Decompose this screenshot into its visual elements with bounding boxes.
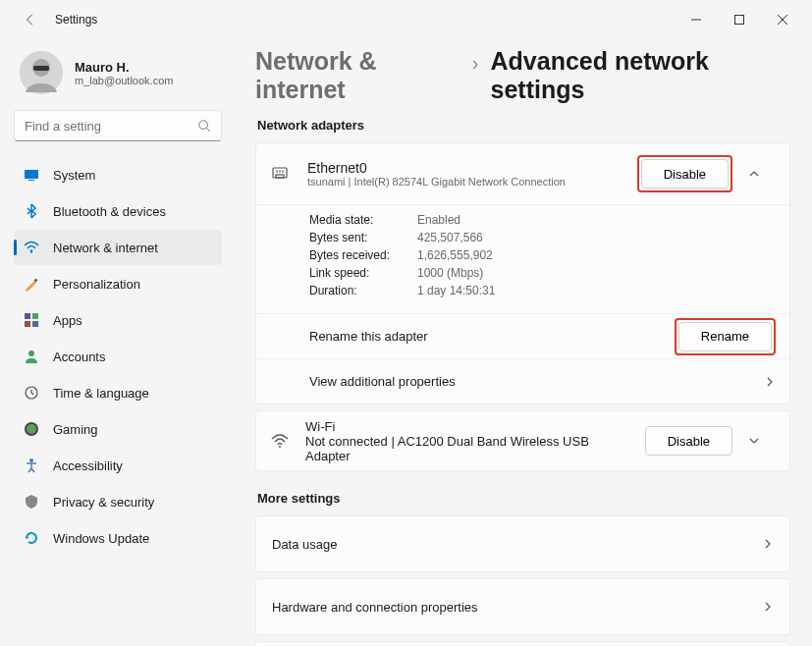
sidebar-item-privacy[interactable]: Privacy & security <box>14 484 222 519</box>
gaming-icon <box>24 421 39 437</box>
svg-rect-21 <box>276 175 284 178</box>
ethernet-adapter-card: Ethernet0 tsunami | Intel(R) 82574L Giga… <box>255 142 790 404</box>
window-controls <box>675 4 804 35</box>
sidebar-item-gaming[interactable]: Gaming <box>14 411 222 447</box>
ethernet-name: Ethernet0 <box>307 160 622 176</box>
bluetooth-icon <box>24 203 39 219</box>
accessibility-icon <box>24 458 39 473</box>
svg-point-25 <box>279 446 281 448</box>
svg-rect-7 <box>25 170 38 179</box>
maximize-button[interactable] <box>718 4 761 35</box>
svg-rect-11 <box>25 313 30 319</box>
svg-rect-13 <box>25 321 30 327</box>
close-button[interactable] <box>761 4 804 35</box>
ethernet-desc: tsunami | Intel(R) 82574L Gigabit Networ… <box>307 176 622 188</box>
sidebar-item-accessibility[interactable]: Accessibility <box>14 448 222 483</box>
svg-rect-14 <box>32 321 38 327</box>
chevron-right-icon <box>762 601 774 613</box>
svg-rect-1 <box>735 16 744 25</box>
rename-adapter-row: Rename this adapter Rename <box>256 313 789 358</box>
more-settings-title: More settings <box>257 491 790 506</box>
wifi-icon <box>270 431 290 451</box>
disable-wifi-button[interactable]: Disable <box>645 426 732 456</box>
chevron-right-icon <box>762 538 774 550</box>
window-title: Settings <box>55 13 97 27</box>
data-usage-row[interactable]: Data usage <box>255 515 790 572</box>
personalization-icon <box>24 276 39 292</box>
rename-button[interactable]: Rename <box>678 322 772 351</box>
sidebar-item-personalization[interactable]: Personalization <box>14 266 222 301</box>
user-name: Mauro H. <box>75 60 173 75</box>
back-button[interactable] <box>16 5 45 34</box>
ethernet-icon <box>270 164 292 184</box>
apps-icon <box>24 312 39 328</box>
chevron-right-icon <box>764 376 776 388</box>
wifi-name: Wi-Fi <box>305 419 629 434</box>
titlebar: Settings <box>0 0 812 39</box>
svg-point-15 <box>28 350 34 356</box>
more-settings-section: More settings Data usage Hardware and co… <box>255 491 790 646</box>
chevron-up-icon[interactable] <box>748 168 776 180</box>
main-content: Network & internet › Advanced network se… <box>234 39 812 646</box>
network-reset-row[interactable]: Network reset Reset all network adapters… <box>255 641 790 646</box>
adapters-section-title: Network adapters <box>257 118 790 133</box>
search-input[interactable] <box>25 119 197 134</box>
minimize-button[interactable] <box>675 4 718 35</box>
sidebar-item-bluetooth[interactable]: Bluetooth & devices <box>14 193 222 229</box>
user-email: m_lab@outlook.com <box>75 75 173 86</box>
sidebar: Mauro H. m_lab@outlook.com System Blueto… <box>0 39 234 646</box>
chevron-down-icon[interactable] <box>748 435 776 447</box>
svg-point-9 <box>30 251 32 253</box>
breadcrumb-parent[interactable]: Network & internet <box>255 47 460 104</box>
accounts-icon <box>24 349 39 364</box>
view-properties-row[interactable]: View additional properties <box>256 358 789 404</box>
svg-point-19 <box>29 458 33 462</box>
svg-rect-12 <box>32 313 38 319</box>
disable-ethernet-button[interactable]: Disable <box>641 159 729 188</box>
svg-line-6 <box>207 129 211 133</box>
nav: System Bluetooth & devices Network & int… <box>14 157 222 556</box>
wifi-desc: Not connected | AC1200 Dual Band Wireles… <box>305 434 629 463</box>
wifi-adapter-card[interactable]: Wi-Fi Not connected | AC1200 Dual Band W… <box>255 410 790 471</box>
svg-rect-4 <box>33 66 49 71</box>
disable-highlight: Disable <box>637 155 732 192</box>
svg-point-18 <box>27 424 36 434</box>
sidebar-item-accounts[interactable]: Accounts <box>14 339 222 374</box>
sidebar-item-apps[interactable]: Apps <box>14 302 222 338</box>
svg-point-5 <box>199 121 208 130</box>
ethernet-header[interactable]: Ethernet0 tsunami | Intel(R) 82574L Giga… <box>256 143 789 204</box>
sidebar-item-system[interactable]: System <box>14 157 222 192</box>
breadcrumb: Network & internet › Advanced network se… <box>255 47 790 104</box>
system-icon <box>24 167 39 183</box>
sidebar-item-network[interactable]: Network & internet <box>14 230 222 265</box>
svg-rect-8 <box>28 180 34 181</box>
ethernet-details: Media state:Enabled Bytes sent:425,507,5… <box>256 204 789 313</box>
time-icon <box>24 385 39 401</box>
profile[interactable]: Mauro H. m_lab@outlook.com <box>14 45 222 104</box>
search-icon <box>197 119 211 133</box>
sidebar-item-time[interactable]: Time & language <box>14 375 222 410</box>
rename-label: Rename this adapter <box>309 329 675 344</box>
avatar <box>20 51 63 94</box>
privacy-icon <box>24 494 39 510</box>
network-icon <box>24 240 39 255</box>
rename-highlight: Rename <box>675 318 776 355</box>
search-box[interactable] <box>14 110 222 141</box>
hardware-props-row[interactable]: Hardware and connection properties <box>255 578 790 635</box>
update-icon <box>24 530 39 546</box>
sidebar-item-update[interactable]: Windows Update <box>14 520 222 556</box>
page-title: Advanced network settings <box>491 47 790 104</box>
breadcrumb-separator: › <box>472 52 479 75</box>
